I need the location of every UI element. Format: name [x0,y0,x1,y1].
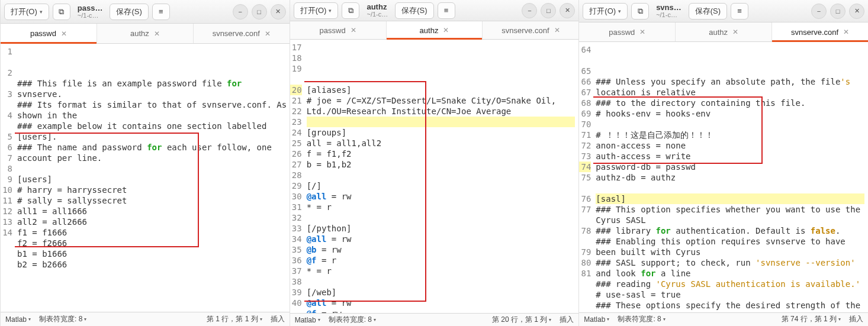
tab-close-icon[interactable]: ✕ [443,26,449,34]
tab-passwd[interactable]: passwd✕ [290,21,387,39]
new-tab-icon: ⧉ [59,7,64,17]
tabwidth-selector[interactable]: 制表符宽度: 8▾ [618,314,665,324]
lang-label: Matlab [584,315,605,324]
tab-label: passwd [30,29,56,38]
tab-authz[interactable]: authz✕ [676,22,772,41]
lang-selector[interactable]: Matlab▾ [584,315,609,324]
statusbar: Matlab▾ 制表符宽度: 8▾ 第 1 行，第 1 列▾ 插入 [1,312,290,326]
open-label: 打开(O) [11,7,37,17]
tab-passwd[interactable]: passwd✕ [1,24,97,43]
tab-close-icon[interactable]: ✕ [351,26,356,34]
headerbar: 打开(O)▾ ⧉ pass… ~/1-c… 保存(S) ≡ − □ ✕ [1,0,290,24]
minimize-button[interactable]: − [233,4,248,20]
window-title: authz [367,3,388,11]
tab-close-icon[interactable]: ✕ [61,30,67,38]
tab-label: authz [420,26,439,35]
tab-label: passwd [609,28,635,37]
lang-label: Matlab [295,316,316,324]
open-label: 打开(O) [300,5,327,16]
insert-mode[interactable]: 插入 [849,314,863,324]
save-button[interactable]: 保存(S) [689,3,727,20]
close-button[interactable]: ✕ [271,4,286,20]
insert-mode[interactable]: 插入 [560,315,574,325]
maximize-button[interactable]: □ [252,4,267,20]
tabbar: passwd✕ authz✕ svnserve.conf✕ [579,22,868,42]
window-subtitle: ~/1-c… [78,12,103,20]
open-button[interactable]: 打开(O)▾ [4,4,49,20]
tab-svnserve[interactable]: svnserve.conf✕ [483,21,578,39]
editor[interactable]: 1234567891011121314 ### This file is an … [1,44,290,312]
maximize-button[interactable]: □ [541,3,556,18]
menu-button[interactable]: ≡ [152,4,170,20]
window-subtitle: ~/1-c… [656,12,681,19]
cursor-position[interactable]: 第 1 行，第 1 列▾ [207,314,262,324]
insert-mode[interactable]: 插入 [271,314,285,324]
headerbar: 打开(O)▾ ⧉ svns… ~/1-c… 保存(S) ≡ − □ ✕ [579,0,868,22]
save-button[interactable]: 保存(S) [395,2,433,19]
tab-svnserve[interactable]: svnserve.conf✕ [194,24,290,43]
tab-close-icon[interactable]: ✕ [639,28,645,36]
cursor-position[interactable]: 第 74 行，第 1 列▾ [782,314,841,324]
open-button[interactable]: 打开(O)▾ [583,3,628,20]
tab-label: authz [130,29,149,38]
pos-label: 第 20 行，第 1 列 [492,315,547,325]
statusbar: Matlab▾ 制表符宽度: 8▾ 第 74 行，第 1 列▾ 插入 [579,312,868,326]
cursor-position[interactable]: 第 20 行，第 1 列▾ [492,315,551,325]
pos-label: 第 1 行，第 1 列 [207,314,258,324]
window-title: svns… [656,4,681,12]
new-tab-icon: ⧉ [348,6,353,15]
close-button[interactable]: ✕ [560,3,575,18]
tab-close-icon[interactable]: ✕ [732,28,738,36]
close-button[interactable]: ✕ [849,4,864,19]
minimize-button[interactable]: − [811,4,827,19]
tabbar: passwd✕ authz✕ svnserve.conf✕ [290,21,579,40]
code-area[interactable]: ### Unless you specify an absolute path,… [593,42,868,312]
maximize-button[interactable]: □ [830,4,846,19]
tabwidth-label: 制表符宽度: 8 [39,314,82,324]
new-tab-button[interactable]: ⧉ [53,4,70,20]
code-area[interactable]: [aliases]# joe = /C=XZ/ST=Dessert/L=Snak… [304,40,579,313]
new-tab-button[interactable]: ⧉ [631,3,649,20]
tab-close-icon[interactable]: ✕ [265,30,271,38]
hamburger-icon: ≡ [737,7,742,15]
tab-close-icon[interactable]: ✕ [554,26,560,34]
statusbar: Matlab▾ 制表符宽度: 8▾ 第 20 行，第 1 列▾ 插入 [290,313,579,326]
chevron-down-icon: ▾ [40,9,43,15]
new-tab-button[interactable]: ⧉ [342,2,359,19]
line-gutter: 1718192021222324252627282930313233343536… [290,40,304,313]
tab-label: svnserve.conf [501,26,549,35]
tabwidth-label: 制表符宽度: 8 [618,314,661,324]
window-svnserve: 打开(O)▾ ⧉ svns… ~/1-c… 保存(S) ≡ − □ ✕ pass… [578,0,868,326]
code-area[interactable]: ### This file is an example password fil… [15,44,290,312]
tab-label: svnserve.conf [213,29,260,38]
editor[interactable]: 646566676869707172737475767778798081 ###… [579,42,868,312]
lang-label: Matlab [5,315,27,324]
tab-authz[interactable]: authz✕ [97,24,194,43]
menu-button[interactable]: ≡ [438,2,455,19]
tabbar: passwd✕ authz✕ svnserve.conf✕ [1,24,290,44]
open-label: 打开(O) [589,6,616,17]
minimize-button[interactable]: − [522,3,537,18]
hamburger-icon: ≡ [159,7,163,16]
window-subtitle: ~/1-c… [367,11,388,18]
tabwidth-selector[interactable]: 制表符宽度: 8▾ [39,314,86,324]
tab-svnserve[interactable]: svnserve.conf✕ [772,22,868,41]
tab-authz[interactable]: authz✕ [387,21,483,39]
menu-button[interactable]: ≡ [731,3,748,20]
lang-selector[interactable]: Matlab▾ [295,316,320,324]
editor[interactable]: 1718192021222324252627282930313233343536… [290,40,579,313]
tab-passwd[interactable]: passwd✕ [579,22,676,41]
tab-close-icon[interactable]: ✕ [843,28,849,36]
tab-close-icon[interactable]: ✕ [154,30,160,38]
new-tab-icon: ⧉ [638,7,643,16]
lang-selector[interactable]: Matlab▾ [5,315,31,324]
open-button[interactable]: 打开(O)▾ [294,2,339,19]
window-passwd: 打开(O)▾ ⧉ pass… ~/1-c… 保存(S) ≡ − □ ✕ pass… [0,0,290,326]
line-gutter: 646566676869707172737475767778798081 [579,42,593,312]
tabwidth-selector[interactable]: 制表符宽度: 8▾ [329,315,376,325]
pos-label: 第 74 行，第 1 列 [782,314,837,324]
window-title: pass… [78,4,103,12]
save-button[interactable]: 保存(S) [110,4,148,20]
hamburger-icon: ≡ [444,6,449,15]
tabwidth-label: 制表符宽度: 8 [329,315,372,325]
